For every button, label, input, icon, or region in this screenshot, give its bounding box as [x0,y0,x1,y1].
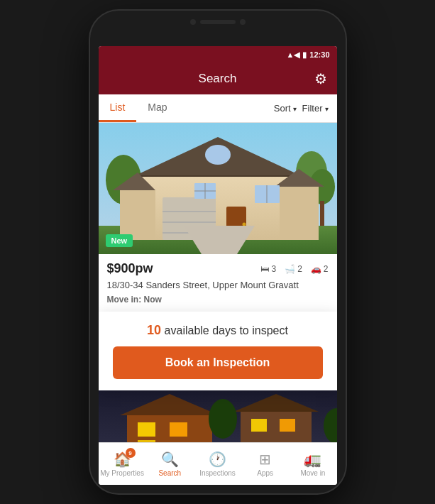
apps-icon: ⊞ [259,451,271,468]
app-title: Search [199,72,237,86]
svg-rect-37 [280,419,295,432]
nav-item-apps[interactable]: ⊞ Apps [241,451,289,477]
tab-list[interactable]: List [99,94,137,122]
inspection-count: 10 [147,323,161,337]
property-price: $900pw [107,261,153,276]
svg-rect-33 [138,440,155,442]
property-card-1[interactable]: New $900pw 🛏 3 🛁 2 [99,123,337,312]
tab-map[interactable]: Map [136,94,178,122]
property-details-1: $900pw 🛏 3 🛁 2 🚗 [99,254,337,312]
svg-point-39 [209,399,237,439]
new-badge: New [106,234,133,247]
time-display: 12:30 [309,50,329,59]
property-address: 18/30-34 Sanders Street, Upper Mount Gra… [107,279,329,292]
properties-badge: 9 [126,448,136,458]
property-features: 🛏 3 🛁 2 🚗 2 [260,264,328,274]
phone-speaker [200,20,236,24]
nav-label-my-properties: My Properties [100,469,144,477]
svg-rect-31 [138,422,155,437]
bath-icon: 🛁 [285,264,295,274]
front-sensor [240,19,246,25]
phone-screen: ▲◀ ▮ 12:30 Search ⚙ List Map Sort [99,46,337,485]
svg-rect-7 [320,201,324,226]
nav-label-move-in: Move in [300,469,325,477]
parking-count: 2 [324,264,329,274]
beds-feature: 🛏 3 [260,264,276,274]
signal-icon: ▲◀ [286,50,299,60]
inspections-icon: 🕐 [209,451,226,468]
bed-icon: 🛏 [260,264,269,274]
nav-label-apps: Apps [257,469,273,477]
property-movein: Move in: Now [107,295,329,305]
search-nav-icon: 🔍 [161,451,179,468]
settings-icon[interactable]: ⚙ [314,70,327,87]
property-image-1: New [99,123,337,254]
nav-item-my-properties[interactable]: 🏠 9 My Properties [99,451,146,477]
svg-rect-11 [120,190,155,240]
nav-label-inspections: Inspections [199,469,236,477]
battery-icon: ▮ [302,50,307,60]
svg-point-26 [205,145,231,165]
nav-item-inspections[interactable]: 🕐 Inspections [194,451,241,477]
phone-top-bar [190,19,246,25]
view-tabs-bar: List Map Sort Filter [99,94,337,123]
filter-chevron-icon [325,103,329,114]
parking-feature: 🚗 2 [311,264,329,274]
home-icon: 🏠 9 [114,451,131,468]
nav-item-search[interactable]: 🔍 Search [146,451,194,477]
status-bar: ▲◀ ▮ 12:30 [99,46,337,63]
nav-label-search: Search [158,469,181,477]
phone-device: ▲◀ ▮ 12:30 Search ⚙ List Map Sort [90,11,346,493]
parking-icon: 🚗 [311,264,321,274]
svg-rect-32 [170,422,187,437]
sort-button[interactable]: Sort [274,103,297,114]
move-in-icon: 🚛 [304,451,321,468]
svg-rect-13 [280,187,319,240]
baths-count: 2 [297,264,302,274]
content-area: New $900pw 🛏 3 🛁 2 [99,123,337,442]
svg-rect-36 [251,419,267,432]
book-inspection-button[interactable]: Book an Inspection [113,346,323,379]
sort-chevron-icon [293,103,297,114]
svg-point-20 [242,223,246,226]
filter-button[interactable]: Filter [302,103,329,114]
inspection-availability-text: 10 available days to inspect [113,323,323,338]
inspection-popup: 10 available days to inspect Book an Ins… [99,312,337,390]
property-image-2 [99,390,337,442]
sort-filter-controls: Sort Filter [274,103,337,114]
front-camera [190,19,196,25]
inspection-description: available days to inspect [165,324,288,336]
nav-item-move-in[interactable]: 🚛 Move in [289,451,336,477]
beds-count: 3 [271,264,276,274]
baths-feature: 🛁 2 [285,264,302,274]
app-header: Search ⚙ [99,63,337,94]
price-row: $900pw 🛏 3 🛁 2 🚗 [107,261,329,276]
bottom-nav: 🏠 9 My Properties 🔍 Search 🕐 Inspections… [99,442,337,485]
status-bar-icons: ▲◀ ▮ 12:30 [286,50,329,60]
